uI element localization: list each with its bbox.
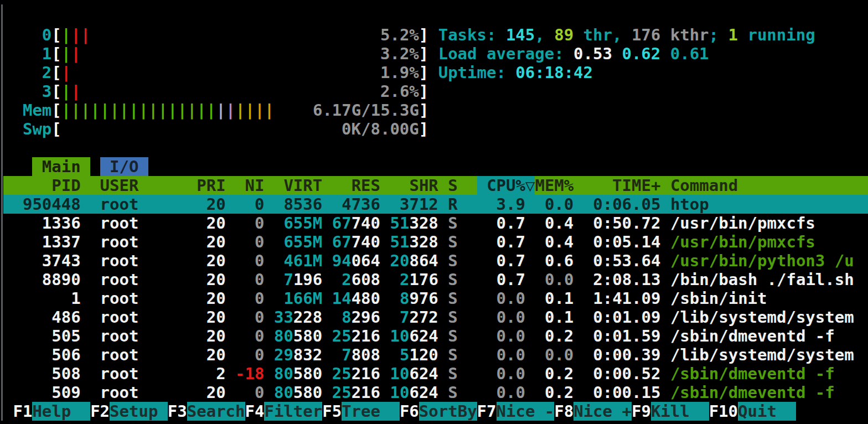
cell-command: /lib/systemd/system: [670, 308, 854, 327]
cell-value-mb: 80: [274, 383, 293, 402]
cell-value: 580: [293, 364, 322, 383]
cell-value: 120: [409, 345, 438, 364]
column-header-command[interactable]: Command: [670, 176, 868, 195]
cell-value-mb: 25: [332, 364, 352, 383]
cell-value-mb: 33: [274, 308, 293, 327]
meter-bar-green: |: [158, 101, 167, 120]
meter-bar-green: |: [129, 101, 138, 120]
cell-user: root: [100, 232, 197, 251]
column-header-virt[interactable]: VIRT: [274, 176, 322, 195]
meter-value: 3.2%: [380, 44, 419, 63]
cell-cpu: 0.7: [487, 270, 525, 289]
column-header-cpu-sorted[interactable]: CPU%: [477, 176, 525, 195]
meter-bar-red: |: [81, 25, 90, 44]
fnkey-f1-help[interactable]: F1Help: [13, 402, 90, 421]
process-row-1[interactable]: 1 root 20 0 166M 14480 8976 S 0.0 0.1 1:…: [3, 289, 767, 308]
cell-pri: 20: [197, 383, 225, 402]
fnkey-f10-quit[interactable]: F10Quit: [709, 402, 796, 421]
fnkey-f5-tree[interactable]: F5Tree: [322, 402, 400, 421]
cell-mem: 0.0: [535, 195, 574, 214]
cell-value-mb: 166M: [283, 289, 322, 308]
cell-value: 328: [409, 232, 438, 251]
fnkey-key-label: F10: [709, 402, 738, 421]
fnkey-f8-nice[interactable]: F8Nice +: [554, 402, 632, 421]
meter-bar-green: |: [110, 101, 119, 120]
cell-mem: 0.1: [535, 308, 574, 327]
cell-time: 1:41.09: [593, 289, 660, 308]
cell-value: 216: [352, 327, 380, 345]
meter-bar-green: |: [61, 25, 71, 44]
cell-ni: 0: [235, 214, 264, 232]
fnkey-f2-setup[interactable]: F2Setup: [90, 402, 168, 421]
meter-label: 1: [3, 44, 51, 63]
fnkey-f4-filter[interactable]: F4Filter: [245, 402, 323, 421]
cell-value-mb: 10: [390, 364, 410, 383]
fnkey-f7-nice[interactable]: F7Nice -: [477, 402, 555, 421]
cell-pri: 20: [197, 195, 225, 214]
cell-cpu: 0.0: [487, 308, 525, 327]
fnkey-key-label: F3: [168, 402, 187, 421]
process-row-486[interactable]: 486 root 20 0 33228 8296 7272 S 0.0 0.1 …: [3, 308, 854, 327]
fnkey-action-label: Quit: [738, 402, 796, 421]
column-header-ni[interactable]: NI: [235, 176, 264, 195]
process-row-1337[interactable]: 1337 root 20 0 655M 67740 51328 S 0.7 0.…: [3, 232, 815, 251]
cell-time: 0:01.59: [593, 327, 660, 345]
column-header-res[interactable]: RES: [332, 176, 380, 195]
column-header-user[interactable]: USER: [100, 176, 197, 195]
process-row-8890[interactable]: 8890 root 20 0 7196 2608 2176 S 0.7 0.0 …: [3, 270, 854, 289]
column-header-pri[interactable]: PRI: [197, 176, 225, 195]
tab-io[interactable]: I/O: [100, 157, 148, 176]
fnkey-f6-sortby[interactable]: F6SortBy: [400, 402, 477, 421]
column-header-mem[interactable]: MEM%: [535, 176, 574, 195]
process-row-508[interactable]: 508 root 2 -18 80580 25216 10624 S 0.0 0…: [3, 364, 835, 383]
cell-state: S: [448, 345, 457, 364]
cell-value-mb: 67: [332, 214, 352, 232]
fnkey-f3-search[interactable]: F3Search: [168, 402, 245, 421]
cell-value-mb: 14: [332, 289, 352, 308]
cell-time: 2:08.13: [593, 270, 660, 289]
cell-value-mb: 655M: [283, 232, 322, 251]
fnkey-f9-kill[interactable]: F9Kill: [632, 402, 709, 421]
process-row-950448[interactable]: 950448 root 20 0 8536 4736 3712 R 3.9 0.…: [3, 195, 868, 214]
cell-value: 064: [352, 251, 380, 270]
cell-state: S: [448, 364, 457, 383]
cell-value-mb: 29: [274, 345, 293, 364]
cell-ni: 0: [235, 195, 264, 214]
cell-value: 272: [409, 308, 438, 327]
fnkey-key-label: F4: [245, 402, 265, 421]
fnkey-action-label: Nice +: [574, 402, 632, 421]
cell-user: root: [100, 214, 197, 232]
process-row-509[interactable]: 509 root 20 0 80580 25216 10624 S 0.0 0.…: [3, 383, 835, 402]
column-header-shr[interactable]: SHR: [390, 176, 438, 195]
cell-value: 608: [352, 270, 380, 289]
process-row-506[interactable]: 506 root 20 0 29832 7808 5120 S 0.0 0.0 …: [3, 345, 854, 364]
tab-main[interactable]: Main: [32, 157, 90, 176]
cell-pid: 1: [3, 289, 81, 308]
cell-cpu: 0.7: [487, 251, 525, 270]
process-row-3743[interactable]: 3743 root 20 0 461M 94064 20864 S 0.7 0.…: [3, 251, 854, 270]
cell-time: 0:01.09: [593, 308, 660, 327]
column-header-time[interactable]: TIME+: [593, 176, 660, 195]
cell-ni: 0: [235, 232, 264, 251]
cell-mem: 0.4: [535, 232, 574, 251]
load-average-segment: [612, 44, 622, 63]
cell-state: S: [448, 232, 457, 251]
meter-bracket-open: [: [51, 25, 61, 44]
meter-bar-red: |: [71, 25, 80, 44]
meter-bar-blue: |: [216, 101, 225, 120]
process-row-1336[interactable]: 1336 root 20 0 655M 67740 51328 S 0.7 0.…: [3, 214, 815, 232]
column-header-pid[interactable]: PID: [3, 176, 81, 195]
column-header-state[interactable]: S: [448, 176, 457, 195]
load-average-segment: 0.62: [622, 44, 660, 63]
cell-ni: 0: [235, 308, 264, 327]
cell-state: S: [448, 383, 457, 402]
cell-value: 196: [293, 270, 322, 289]
fnkey-key-label: F7: [477, 402, 497, 421]
meter-value: 6.17G/15.3G: [313, 101, 419, 120]
process-row-505[interactable]: 505 root 20 0 80580 25216 10624 S 0.0 0.…: [3, 327, 835, 345]
cell-time: 0:00.15: [593, 383, 660, 402]
cell-command: /sbin/init: [670, 289, 767, 308]
meter-bracket-close: ]: [419, 25, 428, 44]
tasks-summary-segment: thr: [574, 25, 612, 44]
cell-value: 976: [409, 289, 438, 308]
